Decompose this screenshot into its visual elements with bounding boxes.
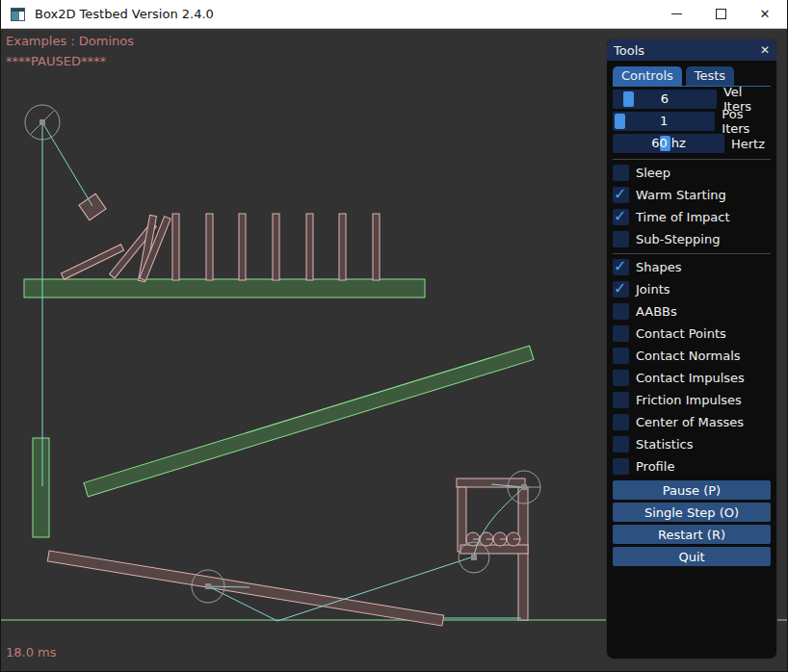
checkbox-sub-stepping[interactable]: Sub-Stepping xyxy=(613,231,771,247)
checkbox-box[interactable] xyxy=(613,209,629,225)
button-single-step[interactable]: Single Step (O) xyxy=(613,503,771,522)
vertical-block xyxy=(33,438,49,537)
slider-value: 6 xyxy=(613,90,717,109)
app-icon xyxy=(11,8,25,21)
button-pause[interactable]: Pause (P) xyxy=(613,480,771,500)
checkbox-contact-normals[interactable]: Contact Normals xyxy=(613,348,771,364)
checkbox-friction-impulses[interactable]: Friction Impulses xyxy=(613,392,771,408)
checkbox-box[interactable] xyxy=(613,281,629,297)
domino xyxy=(373,214,380,280)
checkbox-shapes[interactable]: Shapes xyxy=(613,259,771,275)
checkbox-contact-impulses[interactable]: Contact Impulses xyxy=(613,370,771,386)
domino xyxy=(306,214,313,280)
checkbox-box[interactable] xyxy=(613,325,629,342)
checkbox-time-of-impact[interactable]: Time of Impact xyxy=(613,209,771,225)
separator xyxy=(613,253,771,254)
separator xyxy=(613,159,771,160)
tab-controls[interactable]: Controls xyxy=(613,66,682,86)
joint-anchor xyxy=(39,119,45,125)
checkbox-box[interactable] xyxy=(613,392,629,408)
minimize-icon xyxy=(671,13,682,14)
checkbox-box[interactable] xyxy=(613,414,629,430)
checkbox-box[interactable] xyxy=(613,348,629,364)
app-window: Box2D Testbed Version 2.4.0 ✕ xyxy=(0,0,788,672)
slider-value: 60 hz xyxy=(613,134,724,153)
cradle-shelf xyxy=(460,545,528,554)
checkbox-box[interactable] xyxy=(613,458,629,475)
close-button[interactable]: ✕ xyxy=(743,0,787,28)
cradle-left-post xyxy=(458,487,466,552)
slider-label: Pos Iters xyxy=(722,107,771,136)
window-controls: ✕ xyxy=(654,0,787,28)
domino xyxy=(172,214,179,280)
button-quit[interactable]: Quit xyxy=(613,547,771,566)
paused-label: ****PAUSED**** xyxy=(6,54,106,68)
pendulum-box xyxy=(79,194,106,220)
domino xyxy=(239,214,246,280)
checkbox-statistics[interactable]: Statistics xyxy=(613,436,771,452)
window-title: Box2D Testbed Version 2.4.0 xyxy=(35,7,214,21)
joint-anchor xyxy=(521,484,527,490)
joint-line xyxy=(42,122,92,206)
checkbox-box[interactable] xyxy=(613,436,629,452)
example-label: Examples : Dominos xyxy=(6,34,134,48)
tools-panel: Tools ✕ Controls Tests 6 Vel Iters 1 xyxy=(606,39,777,659)
checkbox-aabbs[interactable]: AABBs xyxy=(613,303,771,320)
tools-panel-title: Tools xyxy=(614,43,644,58)
vel-iters-slider[interactable]: 6 xyxy=(613,90,717,109)
window-titlebar: Box2D Testbed Version 2.4.0 ✕ xyxy=(1,0,787,29)
checkbox-sleep[interactable]: Sleep xyxy=(613,165,771,181)
hertz-slider-row: 60 hz Hertz xyxy=(613,134,771,153)
domino xyxy=(273,214,279,280)
checkbox-box[interactable] xyxy=(613,303,629,320)
domino-platform xyxy=(24,279,425,297)
button-restart[interactable]: Restart (R) xyxy=(613,525,771,544)
vel-iters-slider-row: 6 Vel Iters xyxy=(613,90,771,109)
long-ramp xyxy=(84,346,534,497)
tools-panel-body: Controls Tests 6 Vel Iters 1 Pos Iters xyxy=(607,61,776,566)
minimize-button[interactable] xyxy=(654,0,698,28)
slider-value: 1 xyxy=(613,112,715,131)
pos-iters-slider[interactable]: 1 xyxy=(613,112,715,131)
checkbox-warm-starting[interactable]: Warm Starting xyxy=(613,187,771,203)
slider-label: Hertz xyxy=(731,137,765,151)
joint-anchor xyxy=(471,555,477,560)
checkbox-box[interactable] xyxy=(613,259,629,275)
maximize-icon xyxy=(716,9,726,19)
frame-time-label: 18.0 ms xyxy=(6,645,57,659)
checkbox-center-of-masses[interactable]: Center of Masses xyxy=(613,414,771,430)
checkbox-profile[interactable]: Profile xyxy=(613,458,771,475)
close-icon: ✕ xyxy=(760,8,771,20)
tab-bar: Controls Tests xyxy=(613,66,771,87)
tab-tests[interactable]: Tests xyxy=(686,66,734,86)
tools-panel-titlebar[interactable]: Tools ✕ xyxy=(607,39,776,61)
joint-anchor xyxy=(205,583,211,589)
domino xyxy=(339,214,346,280)
checkbox-joints[interactable]: Joints xyxy=(613,281,771,297)
hertz-slider[interactable]: 60 hz xyxy=(613,134,724,153)
checkbox-box[interactable] xyxy=(613,370,629,386)
checkbox-box[interactable] xyxy=(613,187,629,203)
checkbox-contact-points[interactable]: Contact Points xyxy=(613,325,771,342)
checkbox-box[interactable] xyxy=(613,165,629,181)
checkbox-box[interactable] xyxy=(613,231,629,247)
domino xyxy=(206,214,213,280)
pos-iters-slider-row: 1 Pos Iters xyxy=(613,112,771,131)
panel-close-icon[interactable]: ✕ xyxy=(760,44,770,56)
maximize-button[interactable] xyxy=(698,0,743,28)
seesaw-plank xyxy=(47,551,443,626)
